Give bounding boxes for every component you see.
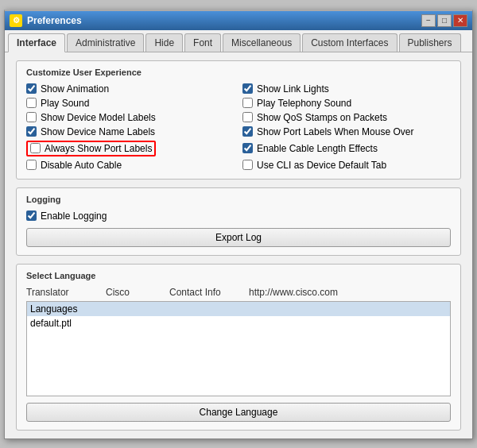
show-device-model-checkbox[interactable] (26, 112, 37, 122)
change-language-button[interactable]: Change Language (26, 403, 451, 422)
show-port-labels-label: Show Port Labels When Mouse Over (257, 126, 413, 137)
show-link-lights-row: Show Link Lights (242, 83, 451, 95)
show-animation-checkbox[interactable] (26, 83, 37, 94)
show-qos-row: Show QoS Stamps on Packets (242, 112, 451, 123)
play-telephony-checkbox[interactable] (242, 98, 253, 108)
show-link-lights-checkbox[interactable] (242, 83, 253, 94)
tab-administrative[interactable]: Administrative (67, 33, 144, 52)
disable-auto-cable-checkbox[interactable] (26, 160, 37, 170)
language-list[interactable]: Languages default.ptl (26, 301, 451, 396)
export-log-button[interactable]: Export Log (26, 228, 451, 247)
language-list-item[interactable]: default.ptl (27, 316, 450, 330)
title-bar: ⚙ Preferences − □ ✕ (5, 11, 472, 30)
title-bar-left: ⚙ Preferences (10, 14, 82, 27)
play-sound-label: Play Sound (41, 98, 89, 109)
enable-logging-row: Enable Logging (26, 210, 451, 222)
language-section: Select Language Translator Cisco Contact… (16, 264, 461, 431)
close-button[interactable]: ✕ (453, 14, 467, 27)
logging-section: Logging Enable Logging Export Log (16, 187, 461, 256)
show-device-name-row: Show Device Name Labels (26, 126, 235, 137)
play-sound-checkbox[interactable] (26, 98, 37, 108)
col-contact: Contact Info (169, 287, 249, 298)
col-translator: Translator (26, 287, 106, 298)
tab-hide[interactable]: Hide (145, 33, 183, 52)
show-animation-row: Show Animation (26, 83, 235, 95)
show-port-labels-row: Show Port Labels When Mouse Over (242, 126, 451, 137)
enable-cable-row: Enable Cable Length Effects (242, 141, 451, 156)
show-device-name-checkbox[interactable] (26, 126, 37, 137)
enable-logging-label: Enable Logging (41, 210, 107, 222)
always-show-port-checkbox[interactable] (30, 143, 41, 153)
maximize-button[interactable]: □ (437, 14, 452, 27)
tab-bar: Interface Administrative Hide Font Misce… (5, 30, 472, 52)
show-qos-label: Show QoS Stamps on Packets (257, 112, 387, 123)
show-port-labels-checkbox[interactable] (242, 126, 253, 137)
disable-auto-cable-label: Disable Auto Cable (41, 160, 122, 171)
disable-auto-cable-row: Disable Auto Cable (26, 160, 235, 171)
language-list-header[interactable]: Languages (27, 302, 450, 316)
tab-interface[interactable]: Interface (8, 33, 65, 52)
play-sound-row: Play Sound (26, 98, 235, 109)
col-cisco: Cisco (106, 287, 169, 298)
show-device-model-label: Show Device Model Labels (41, 112, 156, 123)
enable-logging-checkbox[interactable] (26, 210, 37, 221)
tab-miscellaneous[interactable]: Miscellaneous (223, 33, 301, 52)
window-title: Preferences (27, 15, 82, 26)
use-cli-label: Use CLI as Device Default Tab (257, 160, 386, 171)
tab-publishers[interactable]: Publishers (399, 33, 461, 52)
logging-title: Logging (26, 195, 451, 204)
language-title: Select Language (26, 271, 451, 280)
language-header: Translator Cisco Contact Info http://www… (26, 287, 451, 298)
checkbox-grid: Show Animation Show Link Lights Play Sou… (26, 83, 451, 171)
always-show-port-highlight: Always Show Port Labels (26, 141, 156, 156)
main-content: Customize User Experience Show Animation… (5, 52, 472, 438)
enable-cable-checkbox[interactable] (242, 143, 253, 153)
always-show-port-row: Always Show Port Labels (26, 141, 235, 156)
always-show-port-label: Always Show Port Labels (45, 143, 152, 154)
preferences-window: ⚙ Preferences − □ ✕ Interface Administra… (4, 10, 473, 439)
use-cli-row: Use CLI as Device Default Tab (242, 160, 451, 171)
tab-custom-interfaces[interactable]: Custom Interfaces (302, 33, 397, 52)
show-device-model-row: Show Device Model Labels (26, 112, 235, 123)
tab-font[interactable]: Font (184, 33, 221, 52)
show-animation-label: Show Animation (41, 83, 109, 95)
play-telephony-label: Play Telephony Sound (257, 98, 351, 109)
show-qos-checkbox[interactable] (242, 112, 253, 122)
play-telephony-row: Play Telephony Sound (242, 98, 451, 109)
minimize-button[interactable]: − (421, 14, 436, 27)
title-buttons: − □ ✕ (421, 14, 467, 27)
user-experience-title: Customize User Experience (26, 68, 451, 77)
use-cli-checkbox[interactable] (242, 160, 253, 170)
user-experience-section: Customize User Experience Show Animation… (16, 60, 461, 180)
show-device-name-label: Show Device Name Labels (41, 126, 155, 137)
show-link-lights-label: Show Link Lights (257, 83, 329, 95)
enable-cable-label: Enable Cable Length Effects (257, 143, 378, 154)
window-icon: ⚙ (10, 14, 22, 27)
col-url: http://www.cisco.com (249, 287, 451, 298)
